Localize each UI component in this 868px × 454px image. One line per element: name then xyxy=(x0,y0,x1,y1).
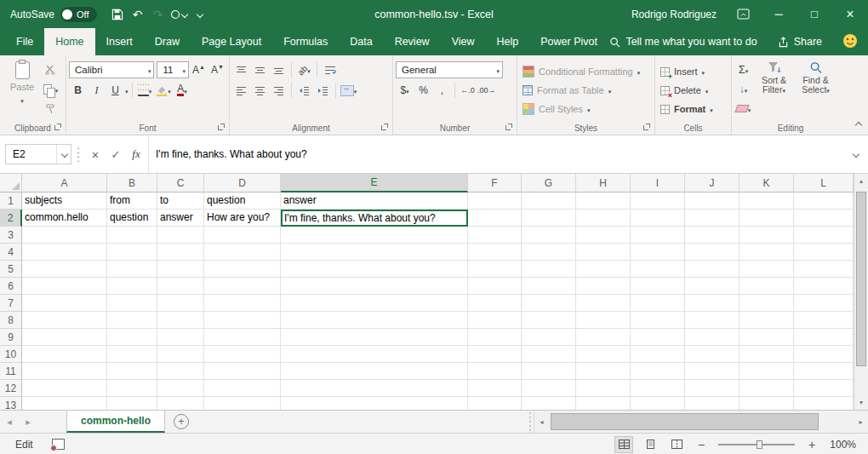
horizontal-scroll-track[interactable] xyxy=(549,411,854,433)
cell-D8[interactable] xyxy=(204,312,281,329)
align-middle-button[interactable] xyxy=(251,61,269,79)
clear-button[interactable] xyxy=(734,100,752,118)
redo-button[interactable]: ↷ xyxy=(148,3,168,26)
cell-K9[interactable] xyxy=(740,329,794,346)
cell-K7[interactable] xyxy=(740,295,794,312)
column-header-L[interactable]: L xyxy=(794,174,854,193)
cell-F13[interactable] xyxy=(468,397,522,410)
page-layout-view-button[interactable] xyxy=(641,436,660,453)
cell-J2[interactable] xyxy=(685,210,740,227)
column-header-D[interactable]: D xyxy=(204,174,281,193)
cut-button[interactable] xyxy=(42,60,60,78)
formula-bar-drag-handle[interactable] xyxy=(73,147,83,162)
cell-K3[interactable] xyxy=(740,227,794,244)
orientation-button[interactable]: ab xyxy=(295,61,313,79)
row-header-5[interactable]: 5 xyxy=(0,261,22,278)
cell-H3[interactable] xyxy=(576,227,631,244)
ribbon-display-options-button[interactable] xyxy=(725,0,761,28)
font-color-button[interactable]: A xyxy=(174,82,191,100)
column-header-B[interactable]: B xyxy=(107,174,157,193)
align-left-button[interactable] xyxy=(232,82,250,100)
tab-power-pivot[interactable]: Power Pivot xyxy=(529,28,608,55)
tab-draw[interactable]: Draw xyxy=(144,28,191,55)
cell-J5[interactable] xyxy=(685,261,740,278)
cell-L2[interactable] xyxy=(794,210,854,227)
scroll-up-arrow[interactable]: ▴ xyxy=(854,174,868,188)
collapse-ribbon-button[interactable] xyxy=(854,118,861,130)
cell-A8[interactable] xyxy=(22,312,107,329)
row-header-9[interactable]: 9 xyxy=(0,329,22,346)
select-all-corner[interactable] xyxy=(0,174,22,193)
column-header-G[interactable]: G xyxy=(522,174,576,193)
cell-F7[interactable] xyxy=(468,295,522,312)
cell-B10[interactable] xyxy=(107,346,157,363)
cell-G1[interactable] xyxy=(522,193,576,210)
cell-B7[interactable] xyxy=(107,295,157,312)
vertical-scroll-thumb[interactable] xyxy=(856,192,866,366)
column-header-I[interactable]: I xyxy=(631,174,685,193)
increase-decimal-button[interactable]: ←.0 xyxy=(459,82,477,100)
cell-E9[interactable] xyxy=(281,329,468,346)
align-top-button[interactable] xyxy=(232,61,250,79)
cell-B12[interactable] xyxy=(107,380,157,397)
macro-record-icon[interactable] xyxy=(52,439,65,450)
cell-H5[interactable] xyxy=(576,261,631,278)
cell-I6[interactable] xyxy=(631,278,685,295)
cell-E11[interactable] xyxy=(281,363,468,380)
row-header-4[interactable]: 4 xyxy=(0,244,22,261)
row-header-1[interactable]: 1 xyxy=(0,193,22,210)
cell-C6[interactable] xyxy=(157,278,204,295)
cell-B11[interactable] xyxy=(107,363,157,380)
cell-J12[interactable] xyxy=(685,380,740,397)
cell-I11[interactable] xyxy=(631,363,685,380)
cell-K13[interactable] xyxy=(740,397,794,410)
cell-C12[interactable] xyxy=(157,380,204,397)
tab-home[interactable]: Home xyxy=(44,28,94,55)
cell-D7[interactable] xyxy=(204,295,281,312)
cell-C4[interactable] xyxy=(157,244,204,261)
row-header-6[interactable]: 6 xyxy=(0,278,22,295)
column-header-A[interactable]: A xyxy=(22,174,107,193)
name-box-dropdown[interactable] xyxy=(56,145,71,164)
cell-L6[interactable] xyxy=(794,278,854,295)
tab-data[interactable]: Data xyxy=(339,28,383,55)
cell-L5[interactable] xyxy=(794,261,854,278)
cell-L9[interactable] xyxy=(794,329,854,346)
cell-A9[interactable] xyxy=(22,329,107,346)
cell-K4[interactable] xyxy=(740,244,794,261)
cell-F12[interactable] xyxy=(468,380,522,397)
cell-E12[interactable] xyxy=(281,380,468,397)
comma-style-button[interactable]: , xyxy=(433,82,451,100)
cell-H7[interactable] xyxy=(576,295,631,312)
shrink-font-button[interactable]: A▼ xyxy=(208,61,226,79)
conditional-formatting-button[interactable]: Conditional Formatting xyxy=(520,63,652,81)
insert-function-button[interactable]: fx xyxy=(126,144,146,164)
row-header-8[interactable]: 8 xyxy=(0,312,22,329)
cell-G11[interactable] xyxy=(522,363,576,380)
cell-J1[interactable] xyxy=(685,193,740,210)
borders-button[interactable] xyxy=(136,82,154,100)
cell-I12[interactable] xyxy=(631,380,685,397)
cell-A6[interactable] xyxy=(22,278,107,295)
cell-J3[interactable] xyxy=(685,227,740,244)
cell-I9[interactable] xyxy=(631,329,685,346)
cell-E8[interactable] xyxy=(281,312,468,329)
normal-view-button[interactable] xyxy=(614,436,633,453)
cell-L10[interactable] xyxy=(794,346,854,363)
grow-font-button[interactable]: A▲ xyxy=(190,61,208,79)
cell-H8[interactable] xyxy=(576,312,631,329)
minimize-button[interactable]: ─ xyxy=(761,0,797,28)
scroll-down-arrow[interactable]: ▾ xyxy=(854,395,868,410)
new-sheet-button[interactable]: + xyxy=(165,411,197,433)
cell-F8[interactable] xyxy=(468,312,522,329)
cell-E3[interactable] xyxy=(281,227,468,244)
column-header-K[interactable]: K xyxy=(740,174,794,193)
column-header-E[interactable]: E xyxy=(281,174,468,193)
cell-B13[interactable] xyxy=(107,397,157,410)
page-break-preview-button[interactable] xyxy=(667,436,686,453)
cell-I5[interactable] xyxy=(631,261,685,278)
cell-K12[interactable] xyxy=(740,380,794,397)
cell-B3[interactable] xyxy=(107,227,157,244)
cell-F2[interactable] xyxy=(468,210,522,227)
cell-I13[interactable] xyxy=(631,397,685,410)
